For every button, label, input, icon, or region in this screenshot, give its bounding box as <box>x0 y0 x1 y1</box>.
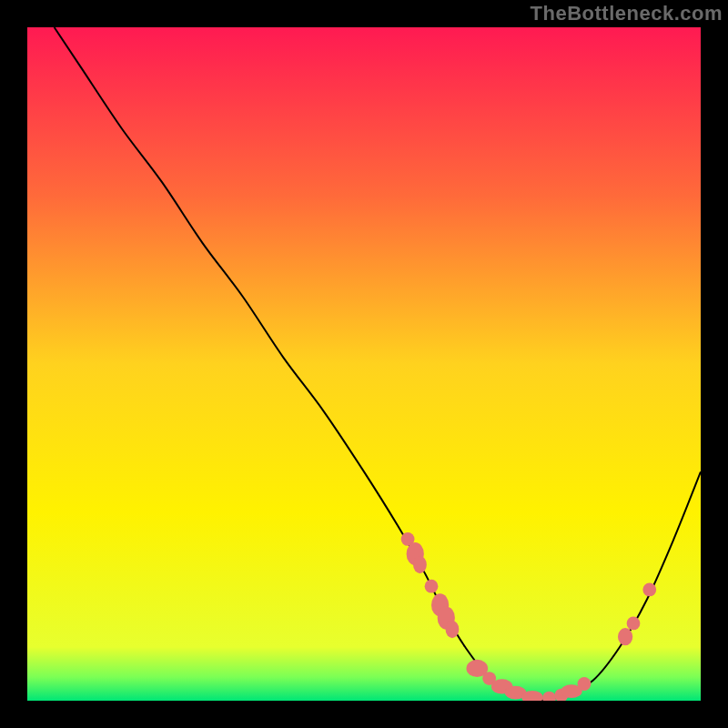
marker-dot <box>521 691 543 704</box>
marker-dot <box>642 583 656 597</box>
marker-dot <box>542 692 556 705</box>
bottleneck-chart <box>0 0 728 728</box>
watermark-label: TheBottleneck.com <box>531 2 723 25</box>
marker-dot <box>627 617 641 631</box>
marker-dot <box>425 580 439 593</box>
chart-container: TheBottleneck.com <box>0 0 728 728</box>
marker-dot <box>618 628 632 645</box>
marker-dot <box>578 677 592 691</box>
marker-dot <box>413 556 427 573</box>
plot-background <box>27 27 701 701</box>
marker-dot <box>446 621 460 638</box>
